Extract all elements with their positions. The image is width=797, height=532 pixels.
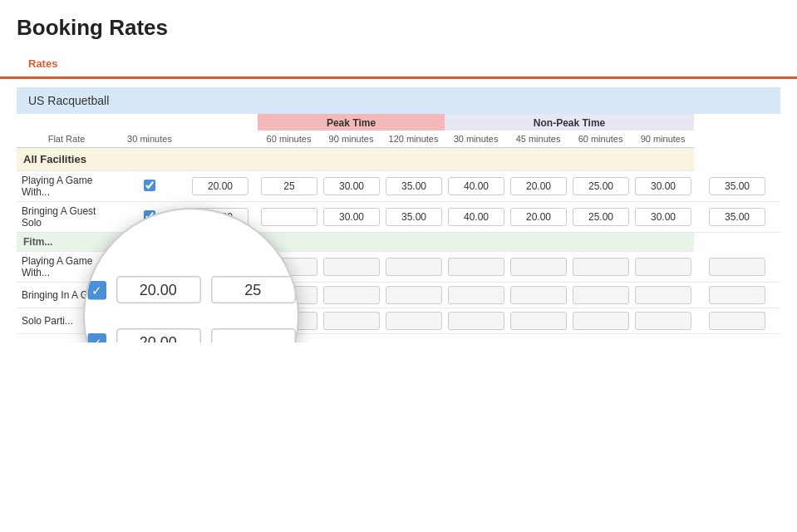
rate-input[interactable] — [323, 177, 380, 195]
rate-input[interactable] — [386, 312, 442, 330]
th-30m-header — [183, 114, 258, 131]
rate-input[interactable] — [261, 258, 317, 276]
rate-input[interactable] — [573, 286, 629, 304]
rate-input[interactable] — [635, 208, 691, 226]
rate-input[interactable] — [709, 208, 765, 226]
nonpeak-cell-0 — [507, 252, 569, 283]
nonpeak-cell-2 — [632, 308, 694, 334]
rate-input[interactable] — [261, 312, 317, 330]
row-label: Solo Parti... — [17, 308, 116, 334]
rate-input[interactable] — [448, 286, 504, 304]
row-checkbox[interactable] — [144, 288, 155, 300]
row-checkbox[interactable] — [144, 260, 155, 272]
nonpeak-cell-0 — [507, 202, 569, 233]
peak-cell-0 — [320, 202, 382, 233]
rate-input[interactable] — [323, 286, 380, 304]
flat-rate-cell — [116, 202, 183, 233]
rate-input[interactable] — [573, 258, 629, 276]
mag-checkbox-2: ✓ — [87, 332, 106, 342]
rate-input[interactable] — [635, 258, 691, 276]
th-30min: 30 minutes — [116, 131, 183, 148]
rate-input[interactable] — [192, 177, 248, 195]
rate-input[interactable] — [386, 177, 442, 195]
rate-input[interactable] — [573, 312, 629, 330]
nonpeak-cell-0 — [507, 308, 569, 334]
rate-input[interactable] — [635, 312, 691, 330]
30min-cell — [183, 202, 258, 233]
rate-input[interactable] — [709, 286, 765, 304]
rate-input[interactable] — [192, 208, 248, 226]
rate-input[interactable] — [635, 177, 691, 195]
peak-cell-1 — [382, 308, 445, 334]
rate-input[interactable] — [323, 208, 380, 226]
rate-input[interactable] — [261, 208, 317, 226]
th-nonpeak-group: Non-Peak Time — [445, 114, 694, 131]
table-body: All FacilitiesPlaying A Game With...Brin… — [17, 148, 780, 334]
rate-input[interactable] — [510, 258, 567, 276]
rate-input[interactable] — [573, 177, 629, 195]
tab-rates[interactable]: Rates — [17, 51, 69, 79]
nonpeak-cell-3 — [694, 202, 780, 233]
rate-input[interactable] — [261, 286, 317, 304]
nonpeak-cell-3 — [694, 171, 780, 202]
nonpeak-cell-2 — [632, 171, 694, 202]
table-row: Playing A Game With... — [17, 171, 780, 202]
rate-input[interactable] — [261, 177, 317, 195]
row-checkbox[interactable] — [144, 314, 155, 326]
30m-val-cell — [258, 171, 320, 202]
th-nonpeak-60: 60 minutes — [569, 131, 632, 148]
th-nonpeak-90: 90 minutes — [632, 131, 694, 148]
rate-input[interactable] — [510, 208, 567, 226]
rate-input[interactable] — [510, 286, 567, 304]
rate-input[interactable] — [386, 208, 442, 226]
rate-input[interactable] — [386, 258, 442, 276]
rate-input[interactable] — [510, 177, 567, 195]
rate-input[interactable] — [192, 312, 248, 330]
30min-cell — [183, 308, 258, 334]
nonpeak-cell-3 — [694, 308, 780, 334]
rate-input[interactable] — [323, 258, 380, 276]
group-header-row: Peak Time Non-Peak Time — [17, 114, 780, 131]
30m-val-cell — [258, 283, 320, 308]
nonpeak-cell-1 — [569, 283, 632, 308]
rate-input[interactable] — [709, 258, 765, 276]
rate-input[interactable] — [323, 312, 380, 330]
row-checkbox[interactable] — [144, 180, 155, 191]
nonpeak-cell-3 — [694, 252, 780, 283]
rate-input[interactable] — [635, 286, 691, 304]
30min-cell — [183, 171, 258, 202]
30m-val-cell — [258, 252, 320, 283]
peak-cell-2 — [445, 308, 507, 334]
th-peak-group: Peak Time — [258, 114, 445, 131]
nonpeak-cell-1 — [569, 202, 632, 233]
row-label: Playing A Game With... — [17, 171, 116, 202]
rate-input[interactable] — [448, 258, 504, 276]
30m-val-cell — [258, 202, 320, 233]
nonpeak-cell-1 — [569, 308, 632, 334]
rate-input[interactable] — [448, 208, 504, 226]
nonpeak-cell-2 — [632, 283, 694, 308]
th-flat-header — [116, 114, 183, 131]
rate-input[interactable] — [448, 312, 504, 330]
facility-header: US Racquetball — [17, 87, 780, 114]
nonpeak-cell-1 — [569, 252, 632, 283]
sub-header-fitm: Fitm... — [17, 233, 780, 252]
peak-cell-1 — [382, 283, 445, 308]
rate-input[interactable] — [448, 177, 504, 195]
rate-input[interactable] — [573, 208, 629, 226]
th-peak-60: 60 minutes — [258, 131, 320, 148]
rates-table-wrapper: US Racquetball Peak Time Non-Peak Time F… — [0, 79, 797, 342]
nonpeak-cell-3 — [694, 283, 780, 308]
rate-input[interactable] — [709, 177, 765, 195]
peak-cell-0 — [320, 171, 382, 202]
sub-label-fitm: Fitm... — [17, 233, 694, 252]
rate-input[interactable] — [192, 286, 248, 304]
rate-input[interactable] — [192, 258, 248, 276]
row-checkbox[interactable] — [144, 210, 155, 222]
rate-input[interactable] — [386, 286, 442, 304]
nonpeak-cell-1 — [569, 171, 632, 202]
rate-input[interactable] — [709, 312, 765, 330]
nonpeak-cell-0 — [507, 283, 569, 308]
rate-input[interactable] — [510, 312, 567, 330]
nonpeak-cell-2 — [632, 252, 694, 283]
